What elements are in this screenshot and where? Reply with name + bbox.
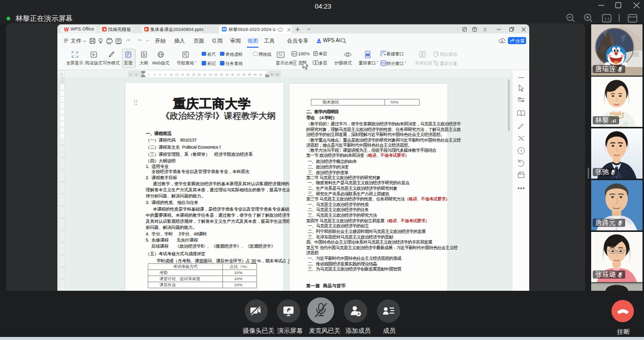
- svg-text:28: 28: [220, 73, 223, 76]
- svg-text:42: 42: [259, 73, 262, 76]
- svg-text:24: 24: [209, 73, 212, 76]
- svg-text:32: 32: [231, 73, 234, 76]
- svg-text:40: 40: [253, 73, 256, 76]
- svg-text:26: 26: [214, 73, 217, 76]
- svg-text:22: 22: [203, 73, 206, 76]
- svg-text:4: 4: [153, 73, 155, 76]
- svg-text:18: 18: [192, 73, 195, 76]
- svg-text:36: 36: [242, 73, 245, 76]
- svg-text:6: 6: [130, 73, 131, 76]
- svg-text:46: 46: [270, 73, 273, 76]
- svg-text:20: 20: [198, 73, 201, 76]
- svg-text:48: 48: [276, 73, 279, 76]
- svg-text:8: 8: [165, 73, 166, 76]
- svg-text:12: 12: [175, 73, 178, 76]
- svg-text:34: 34: [237, 73, 240, 76]
- svg-text:?: ?: [520, 149, 523, 153]
- svg-text:4: 4: [135, 73, 137, 76]
- svg-text:38: 38: [248, 73, 251, 76]
- svg-text:2: 2: [148, 73, 149, 76]
- svg-text:30: 30: [226, 73, 229, 76]
- svg-text:6: 6: [159, 73, 160, 76]
- svg-text:14: 14: [181, 73, 184, 76]
- svg-text:W: W: [64, 27, 69, 32]
- svg-text:1:1: 1:1: [604, 17, 609, 21]
- svg-text:10: 10: [170, 73, 173, 76]
- svg-text:16: 16: [186, 73, 189, 76]
